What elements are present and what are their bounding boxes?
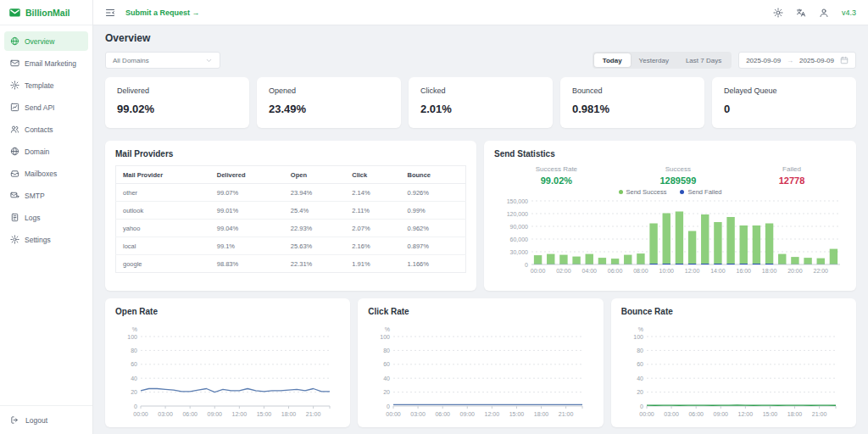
stat-cards-row: Delivered99.02%Opened23.49%Clicked2.01%B… (105, 77, 856, 128)
svg-text:06:00: 06:00 (182, 411, 198, 417)
svg-text:30,000: 30,000 (510, 249, 529, 255)
app-logo[interactable]: BillionMail (0, 0, 92, 25)
column-header: Click (345, 166, 400, 184)
logout-icon (10, 415, 19, 425)
svg-text:0: 0 (387, 403, 390, 409)
bounce-rate-chart: %02040608010000:0003:0006:0009:0012:0015… (621, 323, 846, 421)
svg-text:16:00: 16:00 (736, 268, 751, 274)
logout-button[interactable]: Logout (0, 405, 92, 434)
stat-value: 23.49% (269, 103, 389, 115)
svg-text:18:00: 18:00 (281, 411, 297, 417)
stat-value: 2.01% (420, 103, 541, 115)
range-button-yesterday[interactable]: Yesterday (631, 53, 677, 67)
calendar-icon[interactable] (840, 56, 849, 64)
table-cell: 99.01% (210, 202, 284, 220)
user-icon[interactable] (819, 8, 829, 18)
gear-icon (10, 81, 19, 90)
metric-label: Failed (779, 165, 805, 173)
send-statistics-title: Send Statistics (494, 149, 846, 159)
table-row: outlook99.01%25.4%2.11%0.99% (116, 202, 466, 220)
sidebar-item-overview[interactable]: Overview (4, 31, 88, 51)
sidebar-item-label: Domain (25, 147, 49, 156)
range-button-last-7-days[interactable]: Last 7 Days (677, 53, 730, 67)
date-arrow: → (787, 57, 793, 64)
chart-title: Click Rate (368, 307, 593, 316)
svg-text:12:00: 12:00 (232, 411, 248, 417)
svg-text:00:00: 00:00 (387, 411, 402, 417)
filter-row: All Domains TodayYesterdayLast 7 Days 20… (105, 52, 856, 69)
submit-request-link[interactable]: Submit a Request → (125, 8, 200, 17)
table-cell: 0.962% (400, 220, 465, 237)
svg-text:18:00: 18:00 (762, 268, 777, 274)
table-row: other99.07%23.94%2.14%0.926% (116, 184, 466, 202)
domain-select[interactable]: All Domains (105, 52, 220, 69)
table-cell: 0.897% (400, 237, 465, 255)
date-start[interactable]: 2025-09-09 (746, 57, 781, 64)
svg-text:08:00: 08:00 (633, 268, 648, 274)
app-name: BillionMail (25, 8, 70, 18)
legend-item-send-failed[interactable]: Send Failed (680, 188, 721, 196)
date-end[interactable]: 2025-09-09 (799, 57, 834, 64)
svg-text:%: % (132, 326, 137, 332)
chart-title: Bounce Rate (621, 307, 846, 316)
svg-text:00:00: 00:00 (531, 268, 546, 274)
svg-text:20: 20 (637, 389, 643, 395)
stat-label: Delayed Queue (724, 86, 844, 95)
svg-text:03:00: 03:00 (411, 411, 426, 417)
calendar-icon (840, 56, 849, 64)
app-window: BillionMail OverviewEmail MarketingTempl… (0, 0, 868, 434)
table-cell: 2.11% (345, 202, 400, 220)
mailbox-icon (10, 169, 19, 178)
svg-text:00:00: 00:00 (133, 411, 148, 417)
translate-icon[interactable] (796, 8, 806, 18)
svg-text:100: 100 (633, 334, 643, 340)
sidebar-item-email-marketing[interactable]: Email Marketing (4, 53, 88, 73)
metric-label: Success Rate (536, 165, 577, 173)
sidebar-item-label: Template (25, 81, 54, 90)
stat-value: 0.981% (572, 103, 693, 115)
svg-text:80: 80 (384, 348, 391, 353)
column-header: Delivered (210, 166, 284, 184)
sidebar-item-label: Email Marketing (25, 59, 76, 68)
svg-text:%: % (385, 326, 390, 332)
svg-text:80: 80 (131, 348, 137, 353)
metric-value: 1289599 (659, 175, 696, 186)
svg-text:60: 60 (384, 361, 391, 367)
svg-text:21:00: 21:00 (811, 411, 826, 417)
sun-icon[interactable] (773, 8, 783, 18)
table-cell: 98.83% (210, 255, 284, 273)
stat-card-delivered: Delivered99.02% (105, 77, 249, 128)
sidebar-item-mailboxes[interactable]: Mailboxes (4, 164, 88, 183)
metric-success-rate: Success Rate99.02% (536, 165, 577, 186)
main-area: Submit a Request → v4.3 Overview All Dom… (93, 0, 868, 434)
sidebar-item-template[interactable]: Template (4, 75, 88, 95)
topbar-right: v4.3 (773, 8, 856, 18)
envelope-logo-icon (8, 6, 21, 19)
range-button-today[interactable]: Today (594, 53, 631, 67)
sidebar-item-smtp[interactable]: SMTP (4, 186, 88, 205)
table-cell: local (116, 237, 210, 255)
svg-text:06:00: 06:00 (608, 268, 623, 274)
legend-item-send-success[interactable]: Send Success (619, 188, 667, 196)
sidebar-item-label: Settings (25, 236, 51, 244)
sidebar-item-label: Overview (25, 37, 54, 46)
stat-label: Opened (269, 86, 389, 95)
svg-text:120,000: 120,000 (507, 211, 528, 217)
svg-text:0: 0 (640, 403, 643, 409)
sidebar-item-domain[interactable]: Domain (4, 142, 88, 161)
date-range-picker[interactable]: 2025-09-09 → 2025-09-09 (738, 52, 856, 69)
sidebar-item-send-api[interactable]: Send API (4, 97, 88, 117)
svg-text:40: 40 (637, 376, 643, 381)
svg-text:15:00: 15:00 (257, 411, 272, 417)
sidebar-item-settings[interactable]: Settings (4, 230, 88, 249)
mail-providers-card: Mail Providers Mail ProviderDeliveredOpe… (105, 141, 476, 291)
menu-fold-icon[interactable] (105, 8, 115, 18)
svg-text:100: 100 (381, 334, 391, 340)
sidebar-item-contacts[interactable]: Contacts (4, 120, 88, 139)
table-cell: 23.94% (284, 184, 345, 202)
table-cell: outlook (116, 202, 210, 220)
legend-dot (680, 190, 684, 194)
stat-label: Clicked (420, 86, 541, 95)
sidebar-item-logs[interactable]: Logs (4, 208, 88, 227)
svg-text:00:00: 00:00 (639, 411, 654, 417)
